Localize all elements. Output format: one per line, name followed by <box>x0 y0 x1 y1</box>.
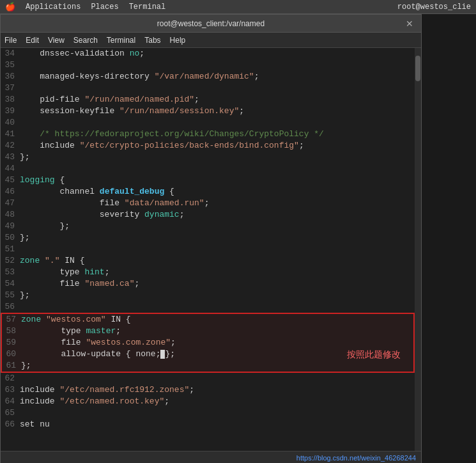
table-row: 52 zone "." IN { <box>1 255 415 267</box>
table-row: 50 }; <box>1 232 415 244</box>
user-host-label: root@westos_clie <box>397 3 471 12</box>
table-row: 57 zone "westos.com" IN { <box>2 314 413 326</box>
scrollbar[interactable] <box>415 48 421 451</box>
table-row: 42 include "/etc/crypto-policies/back-en… <box>1 140 415 152</box>
app-menu-bar: File Edit View Search Terminal Tabs Help <box>1 33 421 48</box>
table-row: 39 session-keyfile "/run/named/session.k… <box>1 106 415 117</box>
table-row: 46 channel default_debug { <box>1 186 415 198</box>
table-row: 40 <box>1 117 415 129</box>
terminal-menu[interactable]: Terminal <box>129 3 166 12</box>
table-row: 37 <box>1 82 415 94</box>
tabs-menu[interactable]: Tabs <box>144 36 160 45</box>
table-row: 47 file "data/named.run"; <box>1 198 415 209</box>
terminal-window: root@westos_client:/var/named ✕ File Edi… <box>0 14 422 463</box>
table-row: 64 include "/etc/named.root.key"; <box>1 396 415 407</box>
table-row: 36 managed-keys-directory "/var/named/dy… <box>1 71 415 82</box>
view-menu[interactable]: View <box>48 36 65 45</box>
title-bar: root@westos_client:/var/named ✕ <box>1 15 421 33</box>
table-row: 55 }; <box>1 290 415 301</box>
table-row: 65 <box>1 407 415 419</box>
table-row: 66 set nu <box>1 419 415 430</box>
table-row: 58 type master; <box>2 326 413 337</box>
status-link: https://blog.csdn.net/weixin_46268244 <box>296 454 416 462</box>
table-row: 51 <box>1 244 415 255</box>
terminal-app-menu[interactable]: Terminal <box>107 36 135 45</box>
table-row: 56 <box>1 301 415 313</box>
file-menu[interactable]: File <box>4 36 17 45</box>
content-area: 34 dnssec-validation no; 35 36 managed-k… <box>1 48 421 451</box>
table-row: 38 pid-file "/run/named/named.pid"; <box>1 94 415 106</box>
table-row: 41 /* https://fedoraproject.org/wiki/Cha… <box>1 129 415 140</box>
table-row: 49 }; <box>1 221 415 232</box>
code-editor[interactable]: 34 dnssec-validation no; 35 36 managed-k… <box>1 48 415 451</box>
code-lines: 34 dnssec-validation no; 35 36 managed-k… <box>1 48 415 430</box>
table-row: 43 }; <box>1 152 415 163</box>
table-row: 53 type hint; <box>1 267 415 278</box>
table-row: 45 logging { <box>1 175 415 186</box>
apple-icon: 🍎 <box>5 2 15 12</box>
applications-menu[interactable]: Applications <box>26 3 81 12</box>
close-button[interactable]: ✕ <box>403 19 416 29</box>
search-menu[interactable]: Search <box>73 36 98 45</box>
table-row: 63 include "/etc/named.rfc1912.zones"; <box>1 384 415 396</box>
window-title: root@westos_client:/var/named <box>19 19 403 28</box>
status-bar: https://blog.csdn.net/weixin_46268244 <box>1 451 421 463</box>
table-row: 44 <box>1 163 415 175</box>
table-row: 35 <box>1 59 415 71</box>
edit-menu[interactable]: Edit <box>26 36 39 45</box>
table-row: 60 allow-update { none; }; <box>2 349 413 360</box>
scrollbar-thumb[interactable] <box>415 56 420 81</box>
top-menu-bar: 🍎 Applications Places Terminal root@west… <box>0 0 476 14</box>
highlighted-zone-block: 57 zone "westos.com" IN { 58 type master… <box>1 313 415 373</box>
table-row: 61 }; <box>2 360 413 372</box>
table-row: 62 <box>1 373 415 384</box>
table-row: 54 file "named.ca"; <box>1 278 415 290</box>
places-menu[interactable]: Places <box>91 3 118 12</box>
table-row: 59 file "westos.com.zone"; <box>2 337 413 349</box>
table-row: 48 severity dynamic; <box>1 209 415 221</box>
help-menu[interactable]: Help <box>170 36 186 45</box>
table-row: 34 dnssec-validation no; <box>1 48 415 59</box>
